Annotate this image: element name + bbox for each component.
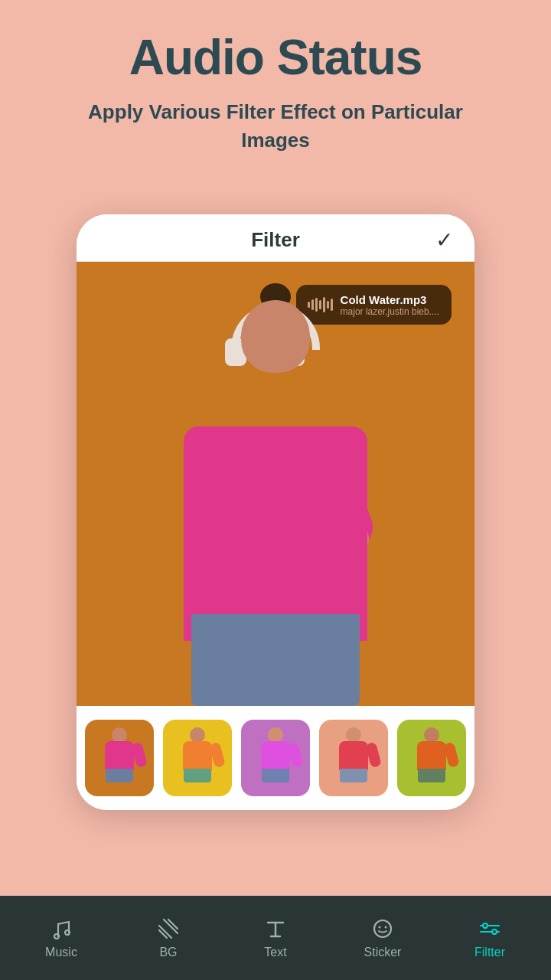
body-sweater [184,426,367,641]
svg-point-1 [65,930,70,935]
music-icon [49,916,73,941]
page-subtitle: Apply Various Filter Effect on Particula… [0,98,551,154]
check-icon[interactable]: ✓ [435,227,453,253]
music-label: Music [45,946,77,959]
filter-title: Filter [251,228,300,252]
image-area: Cold Water.mp3 major lazer,justin bieb..… [77,262,474,706]
text-label: Text [264,946,286,959]
sticker-label: Sticker [364,946,402,959]
svg-point-6 [374,920,391,937]
bg-label: BG [159,946,177,959]
filter-thumb-1[interactable] [85,720,154,796]
bg-icon [156,916,181,941]
nav-item-music[interactable]: Music [8,916,115,959]
page-title: Audio Status [0,0,551,84]
nav-item-bg[interactable]: BG [115,916,222,959]
nav-item-text[interactable]: Text [222,916,329,959]
svg-point-0 [54,934,59,939]
sticker-icon [370,916,395,941]
svg-line-4 [168,920,178,929]
phone-header: Filter ✓ [77,214,474,262]
nav-item-sticker[interactable]: Sticker [329,916,436,959]
filter-thumb-2[interactable] [163,720,232,796]
svg-point-8 [385,926,387,929]
filter-thumb-4[interactable] [319,720,388,796]
filter-strip [77,706,474,810]
svg-point-7 [379,926,381,929]
head [241,300,310,373]
nav-item-filter[interactable]: Filtter [436,916,543,959]
text-icon [263,916,288,941]
filter-thumb-3[interactable] [241,720,310,796]
filter-icon [478,916,502,941]
filter-thumb-5[interactable] [397,720,466,796]
person-figure [145,277,406,706]
jeans [191,614,360,706]
bottom-nav: Music BG Text Sticker [0,896,551,980]
filter-label: Filtter [474,946,505,959]
phone-mockup: Filter ✓ Cold Water.mp3 major lazer,just… [77,214,474,810]
